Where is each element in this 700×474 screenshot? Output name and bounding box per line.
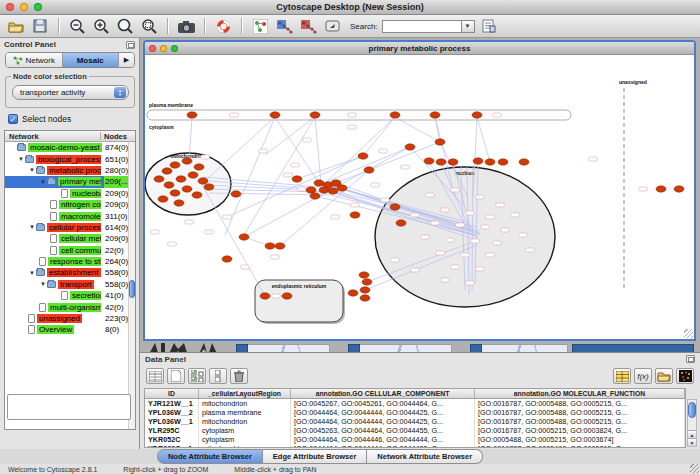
- small-node[interactable]: [519, 233, 528, 237]
- table-cell[interactable]: [GO:0044464, GO:0044444, GO:0044425, G..…: [291, 444, 475, 448]
- float-panel-icon[interactable]: [126, 41, 135, 49]
- edge[interactable]: [395, 117, 440, 142]
- table-column-header[interactable]: ID: [145, 389, 199, 398]
- node[interactable]: [364, 167, 374, 173]
- small-node[interactable]: [486, 253, 495, 257]
- node[interactable]: [358, 153, 368, 159]
- small-node[interactable]: [411, 268, 420, 272]
- small-node[interactable]: [511, 213, 520, 217]
- float-panel-icon[interactable]: [686, 355, 695, 363]
- small-node[interactable]: [168, 242, 177, 246]
- node[interactable]: [485, 159, 495, 165]
- tree-row[interactable]: ▼establishment of lo558(0): [5, 267, 135, 278]
- tree-scrollbar[interactable]: [128, 142, 135, 429]
- window-resize-grip[interactable]: [690, 464, 699, 473]
- edge[interactable]: [207, 117, 275, 179]
- small-node[interactable]: [241, 265, 250, 269]
- node[interactable]: [164, 182, 174, 188]
- small-node[interactable]: [426, 193, 435, 197]
- new-attribute-icon[interactable]: [167, 368, 185, 384]
- table-cell[interactable]: [GO:0044464, GO:0044446, GO:0044444, G..…: [291, 435, 475, 444]
- tree-row[interactable]: ▼biological_process651(0): [5, 153, 135, 164]
- node[interactable]: [319, 187, 329, 193]
- tab-overflow-arrow-icon[interactable]: ▶: [119, 53, 134, 67]
- tree-row[interactable]: macromolecule311(0): [5, 210, 135, 221]
- small-node[interactable]: [589, 157, 598, 161]
- node[interactable]: [390, 112, 400, 118]
- search-config-icon[interactable]: [479, 17, 499, 36]
- small-node[interactable]: [271, 255, 280, 259]
- table-row[interactable]: YKR052Ccytoplasm[GO:0044464, GO:0044446,…: [145, 435, 685, 444]
- small-node[interactable]: [461, 253, 470, 257]
- small-node[interactable]: [501, 228, 510, 232]
- node[interactable]: [430, 112, 440, 118]
- small-node[interactable]: [371, 183, 380, 187]
- table-row[interactable]: YPL036W__1mitochondrion[GO:0044464, GO:0…: [145, 417, 685, 426]
- small-node[interactable]: [446, 238, 455, 242]
- node[interactable]: [360, 287, 370, 293]
- table-cell[interactable]: YDR039C__1: [145, 444, 199, 448]
- tree-expander-icon[interactable]: ▼: [39, 281, 47, 287]
- small-node[interactable]: [331, 215, 340, 219]
- tree-row[interactable]: Overview8(0): [5, 324, 135, 335]
- tree-row[interactable]: multi-organism pro42(0): [5, 301, 135, 312]
- node[interactable]: [194, 164, 204, 170]
- tree-column-nodes[interactable]: Nodes: [104, 132, 127, 141]
- tree-row[interactable]: ▼transport558(0): [5, 279, 135, 290]
- node[interactable]: [231, 191, 241, 197]
- node[interactable]: [337, 185, 347, 191]
- small-node[interactable]: [259, 149, 268, 153]
- node[interactable]: [158, 196, 168, 202]
- table-cell[interactable]: cytoplasm: [199, 426, 291, 435]
- small-node[interactable]: [476, 195, 485, 199]
- table-cell[interactable]: YPL036W__2: [145, 408, 199, 417]
- birdseye-view-panel[interactable]: [7, 394, 131, 420]
- node[interactable]: [362, 279, 372, 285]
- attribute-table-icon[interactable]: [146, 368, 164, 384]
- node[interactable]: [310, 112, 320, 118]
- table-row[interactable]: YDR039C__1mitochondrion[GO:0044464, GO:0…: [145, 444, 685, 448]
- node[interactable]: [188, 172, 198, 178]
- table-cell[interactable]: [GO:0005488, GO:0005215, GO:0003674]: [475, 435, 685, 444]
- small-node[interactable]: [185, 220, 194, 224]
- unselect-attributes-icon[interactable]: [209, 368, 227, 384]
- small-node[interactable]: [223, 215, 232, 219]
- tree-row[interactable]: nucleobase-209(0): [5, 188, 135, 199]
- small-node[interactable]: [379, 149, 388, 153]
- tree-scrollbar-thumb[interactable]: [129, 280, 135, 298]
- node[interactable]: [182, 186, 192, 192]
- node[interactable]: [314, 180, 324, 186]
- table-cell[interactable]: plasma membrane: [199, 408, 291, 417]
- node[interactable]: [170, 162, 180, 168]
- small-node[interactable]: [272, 294, 281, 298]
- network-canvas[interactable]: plasma membranecytoplasmmitochondrionnuc…: [145, 55, 694, 339]
- table-cell[interactable]: YLR295C: [145, 426, 199, 435]
- tree-expander-icon[interactable]: ▼: [28, 167, 36, 173]
- node[interactable]: [360, 295, 370, 301]
- node[interactable]: [656, 186, 666, 192]
- node[interactable]: [328, 188, 338, 194]
- table-row[interactable]: YJR121W__1mitochondrion[GO:0045267, GO:0…: [145, 399, 685, 408]
- table-scrollbar-thumb[interactable]: [688, 402, 696, 418]
- formula-icon[interactable]: f(x): [634, 368, 652, 384]
- node[interactable]: [396, 220, 406, 226]
- tree-expander-icon[interactable]: ▼: [28, 270, 36, 276]
- small-node[interactable]: [466, 211, 475, 215]
- scroll-up-icon[interactable]: ▲: [688, 430, 696, 438]
- tree-expander-icon[interactable]: ▼: [28, 224, 36, 230]
- small-node[interactable]: [493, 113, 502, 117]
- zoom-fit-icon[interactable]: [115, 17, 135, 36]
- delete-attribute-icon[interactable]: [230, 368, 248, 384]
- zoom-out-icon[interactable]: [67, 17, 87, 36]
- tree-row[interactable]: cellular metabol209(0): [5, 233, 135, 244]
- node-color-dropdown[interactable]: transporter activity ▲▼: [12, 85, 129, 100]
- small-node[interactable]: [451, 188, 460, 192]
- small-node[interactable]: [151, 230, 160, 234]
- edge[interactable]: [315, 117, 321, 183]
- tree-column-divider[interactable]: [100, 132, 101, 140]
- node[interactable]: [275, 243, 285, 249]
- table-scrollbar[interactable]: ▲ ▼: [687, 399, 697, 447]
- small-node[interactable]: [284, 173, 293, 177]
- node[interactable]: [260, 293, 270, 299]
- node[interactable]: [436, 159, 446, 165]
